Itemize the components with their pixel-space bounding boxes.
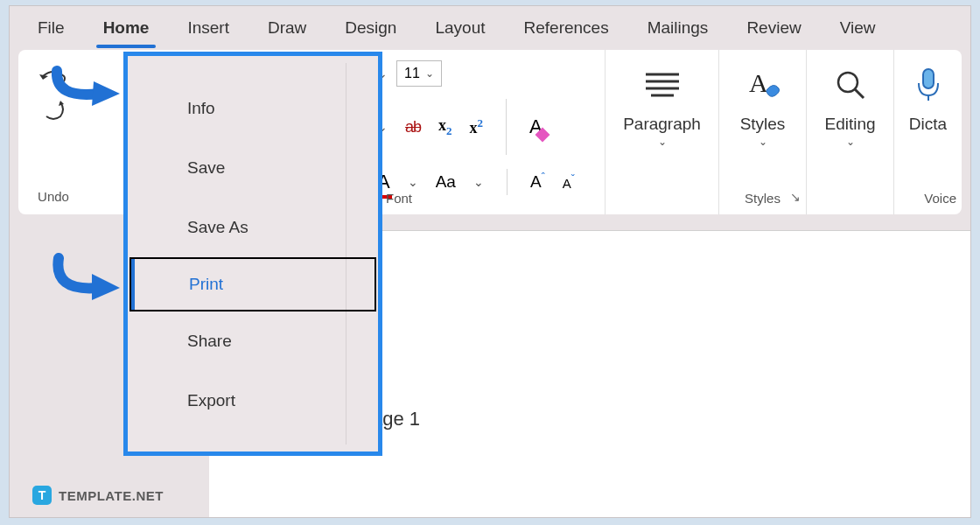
- grow-font-icon[interactable]: Aˆ: [530, 172, 545, 192]
- svg-text:A: A: [749, 68, 768, 97]
- font-size-combo[interactable]: 11 ⌄: [396, 60, 442, 87]
- file-menu-share[interactable]: Share: [128, 312, 378, 371]
- chevron-down-icon[interactable]: ⌄: [658, 136, 667, 148]
- font-group-label: Font: [386, 191, 412, 206]
- chevron-down-icon[interactable]: ⌄: [408, 175, 418, 189]
- editing-label[interactable]: Editing: [824, 115, 875, 134]
- divider: [506, 99, 507, 155]
- change-case-icon[interactable]: Aa: [436, 172, 456, 192]
- tab-design[interactable]: Design: [326, 10, 416, 46]
- styles-label[interactable]: Styles: [740, 115, 786, 134]
- magnifier-icon[interactable]: [833, 62, 868, 108]
- chevron-down-icon[interactable]: ⌄: [473, 175, 484, 189]
- superscript-icon[interactable]: x2: [470, 116, 484, 137]
- tab-layout[interactable]: Layout: [416, 10, 504, 46]
- tab-references[interactable]: References: [505, 10, 628, 46]
- voice-group: Dicta Voice: [893, 50, 962, 214]
- styles-group-label: Styles: [745, 191, 780, 206]
- styles-group: A Styles ⌄ Styles ↘: [718, 50, 806, 214]
- file-menu-print[interactable]: Print: [130, 257, 376, 312]
- tab-review[interactable]: Review: [727, 10, 820, 46]
- divider: [507, 169, 508, 195]
- svg-line-6: [855, 89, 864, 98]
- tab-bar: File Home Insert Draw Design Layout Refe…: [10, 6, 970, 50]
- paragraph-group: Paragraph ⌄: [605, 50, 718, 214]
- dialog-launcher-icon[interactable]: ↘: [790, 190, 801, 204]
- tab-insert[interactable]: Insert: [168, 10, 248, 46]
- subscript-icon[interactable]: x2: [438, 116, 452, 138]
- chevron-down-icon: ⌄: [425, 67, 434, 80]
- undo-group-label: Undo: [38, 189, 69, 204]
- file-menu-save-as[interactable]: Save As: [128, 198, 378, 257]
- annotation-arrow-icon: [46, 64, 125, 116]
- clear-format-icon[interactable]: A: [529, 116, 542, 138]
- watermark-text: TEMPLATE.NET: [59, 488, 164, 503]
- tab-draw[interactable]: Draw: [248, 10, 326, 46]
- app-frame: File Home Insert Draw Design Layout Refe…: [9, 5, 971, 518]
- dictate-label[interactable]: Dicta: [909, 115, 947, 134]
- tab-view[interactable]: View: [821, 10, 895, 46]
- strikethrough-icon[interactable]: ab: [405, 118, 421, 136]
- chevron-down-icon[interactable]: ⌄: [846, 136, 855, 148]
- svg-point-5: [838, 73, 858, 92]
- watermark: T TEMPLATE.NET: [32, 486, 164, 505]
- tab-file[interactable]: File: [18, 10, 84, 46]
- microphone-icon[interactable]: [914, 62, 943, 108]
- styles-a-brush-icon[interactable]: A: [744, 62, 782, 108]
- svg-rect-7: [923, 69, 934, 88]
- file-menu-save[interactable]: Save: [128, 138, 378, 198]
- editing-group: Editing ⌄: [806, 50, 893, 214]
- file-menu-info[interactable]: Info: [128, 79, 378, 138]
- annotation-arrow-icon: [46, 253, 125, 309]
- tab-mailings[interactable]: Mailings: [628, 10, 728, 46]
- watermark-badge-icon: T: [32, 486, 52, 505]
- paragraph-label[interactable]: Paragraph: [623, 115, 701, 134]
- tab-home[interactable]: Home: [84, 10, 169, 46]
- file-menu-export[interactable]: Export: [128, 371, 378, 430]
- font-size-value: 11: [404, 66, 420, 81]
- voice-group-label: Voice: [924, 191, 956, 206]
- shrink-font-icon[interactable]: Aˇ: [563, 173, 575, 191]
- menu-divider: [346, 63, 346, 444]
- chevron-down-icon[interactable]: ⌄: [759, 136, 767, 148]
- paragraph-lines-icon[interactable]: [642, 62, 682, 108]
- file-menu-dropdown: Info Save Save As Print Share Export: [123, 52, 382, 456]
